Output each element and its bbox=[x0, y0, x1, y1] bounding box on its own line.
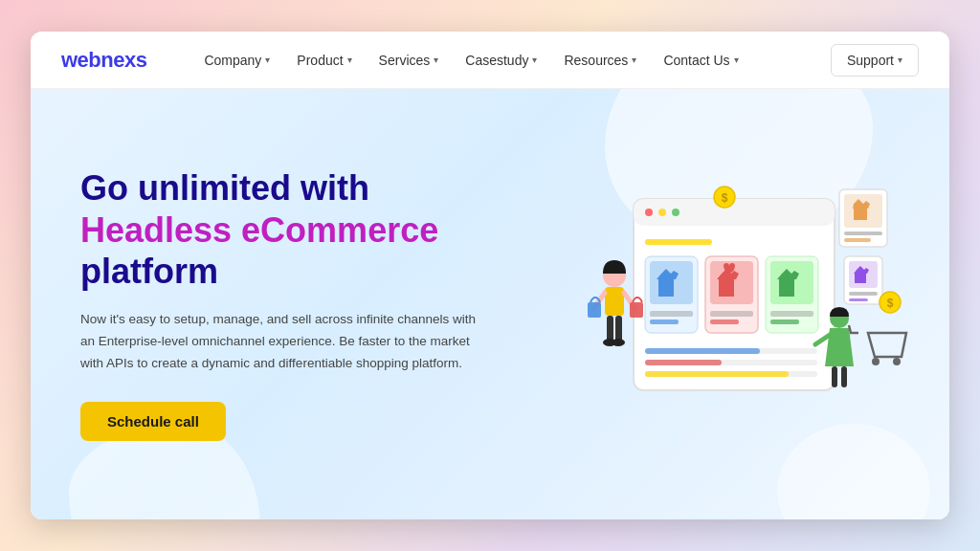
chevron-down-icon: ▾ bbox=[347, 55, 352, 65]
svg-rect-36 bbox=[844, 231, 882, 235]
svg-rect-17 bbox=[770, 320, 799, 324]
hero-content: Go unlimited with Headless eCommerce pla… bbox=[80, 167, 482, 440]
chevron-down-icon: ▾ bbox=[532, 55, 537, 65]
nav-product[interactable]: Product ▾ bbox=[285, 47, 363, 74]
svg-text:$: $ bbox=[887, 297, 894, 310]
hero-title-line2: Headless eCommerce bbox=[80, 210, 438, 250]
svg-rect-33 bbox=[630, 302, 643, 318]
chevron-down-icon: ▾ bbox=[265, 55, 270, 65]
svg-rect-8 bbox=[650, 311, 693, 317]
browser-window: webnexs Company ▾ Product ▾ Services ▾ C… bbox=[31, 32, 949, 519]
chevron-down-icon: ▾ bbox=[632, 55, 636, 65]
svg-rect-40 bbox=[849, 292, 878, 296]
hero-section: Go unlimited with Headless eCommerce pla… bbox=[31, 89, 949, 519]
svg-rect-25 bbox=[605, 287, 624, 316]
svg-rect-16 bbox=[770, 311, 813, 317]
svg-rect-32 bbox=[588, 302, 601, 318]
svg-rect-19 bbox=[645, 348, 760, 354]
svg-point-4 bbox=[672, 209, 679, 216]
hero-title-line3: platform bbox=[80, 252, 218, 291]
svg-rect-26 bbox=[607, 316, 613, 342]
svg-rect-9 bbox=[650, 320, 679, 324]
svg-rect-21 bbox=[645, 360, 722, 365]
schedule-call-button[interactable]: Schedule call bbox=[80, 402, 226, 441]
navbar: webnexs Company ▾ Product ▾ Services ▾ C… bbox=[31, 32, 949, 89]
svg-rect-45 bbox=[841, 366, 847, 387]
logo[interactable]: webnexs bbox=[61, 48, 146, 73]
svg-point-47 bbox=[893, 358, 901, 365]
svg-rect-23 bbox=[645, 371, 789, 377]
svg-rect-27 bbox=[615, 316, 622, 342]
chevron-down-icon: ▾ bbox=[898, 55, 902, 65]
chevron-down-icon: ▾ bbox=[434, 55, 438, 65]
nav-contact[interactable]: Contact Us ▾ bbox=[652, 47, 749, 74]
nav-right: Support ▾ bbox=[831, 44, 919, 77]
support-button[interactable]: Support ▾ bbox=[831, 44, 919, 77]
svg-text:$: $ bbox=[722, 191, 728, 205]
hero-illustration: $ $ bbox=[557, 161, 921, 448]
svg-point-29 bbox=[612, 339, 625, 346]
hero-description: Now it's easy to setup, manage, and sell… bbox=[80, 309, 482, 375]
svg-rect-5 bbox=[645, 239, 712, 245]
svg-rect-37 bbox=[844, 238, 871, 242]
svg-rect-13 bbox=[710, 320, 739, 324]
ecommerce-illustration: $ $ bbox=[557, 161, 921, 448]
nav-services[interactable]: Services ▾ bbox=[368, 47, 451, 74]
nav-links: Company ▾ Product ▾ Services ▾ Casestudy… bbox=[192, 47, 831, 74]
nav-resources[interactable]: Resources ▾ bbox=[552, 47, 648, 74]
svg-point-46 bbox=[872, 358, 880, 365]
svg-point-2 bbox=[645, 209, 653, 216]
hero-title-line1: Go unlimited with bbox=[80, 168, 369, 208]
chevron-down-icon: ▾ bbox=[734, 55, 739, 65]
svg-point-3 bbox=[658, 209, 666, 216]
svg-rect-41 bbox=[849, 298, 868, 301]
svg-rect-12 bbox=[710, 311, 753, 317]
nav-company[interactable]: Company ▾ bbox=[192, 47, 281, 74]
nav-casestudy[interactable]: Casestudy ▾ bbox=[454, 47, 548, 74]
hero-title: Go unlimited with Headless eCommerce pla… bbox=[80, 167, 482, 292]
svg-rect-44 bbox=[832, 366, 837, 387]
